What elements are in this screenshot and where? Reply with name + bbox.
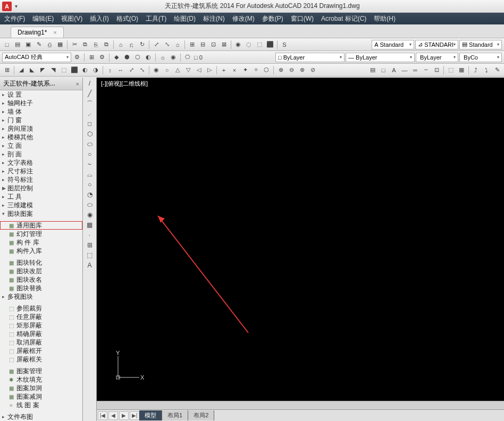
- layout-tab[interactable]: 布局2: [188, 410, 214, 420]
- toolbar-button[interactable]: ◉: [233, 40, 243, 49]
- draw-tool-button[interactable]: .·: [85, 109, 95, 119]
- layer-combo[interactable]: □ ByLayer▾: [275, 53, 345, 62]
- toolbar-button[interactable]: ⤴: [471, 65, 481, 75]
- toolbar-button[interactable]: ◐: [80, 65, 90, 75]
- draw-tool-button[interactable]: ~: [85, 159, 95, 169]
- toolbar-button[interactable]: ◆: [112, 53, 121, 62]
- tree-item[interactable]: ▦图块改名: [0, 275, 82, 284]
- toolbar-button[interactable]: ◢: [16, 65, 26, 75]
- toolbar-button[interactable]: ✂: [70, 40, 79, 49]
- tree-item[interactable]: ▦通用图库: [0, 221, 82, 230]
- tree-item[interactable]: ▶图层控制: [0, 184, 82, 192]
- tree-item[interactable]: ⬚取消屏蔽: [0, 338, 82, 347]
- tree-item[interactable]: ▸墙 体: [0, 107, 82, 116]
- toolbar-button[interactable]: ⬡: [133, 53, 142, 62]
- drawing-canvas[interactable]: [-][俯视][二维线框] X Y: [97, 78, 504, 409]
- menu-item[interactable]: Acrobat 标记(C): [321, 14, 366, 23]
- toolbar-button[interactable]: ◥: [48, 65, 58, 75]
- tree-item[interactable]: ▸工 具: [0, 192, 82, 201]
- style-combo[interactable]: ▤ Standard▾: [459, 40, 502, 49]
- menu-item[interactable]: 工具(T): [146, 14, 166, 23]
- toolbar-button[interactable]: ▽: [183, 65, 193, 75]
- tree-item[interactable]: ⬚屏蔽框开: [0, 347, 82, 355]
- tree-item[interactable]: ▦图块改层: [0, 267, 82, 275]
- toolbar-button[interactable]: ⌂: [173, 40, 182, 49]
- draw-tool-button[interactable]: ⬡: [85, 129, 95, 139]
- workspace-combo[interactable]: AutoCAD 经典▾: [2, 53, 71, 62]
- tree-item[interactable]: ▦图案加洞: [0, 384, 82, 392]
- toolbar-button[interactable]: ⊞: [2, 65, 12, 75]
- toolbar-button[interactable]: ◌: [244, 40, 254, 49]
- workspace-settings-button[interactable]: ⚙: [72, 53, 82, 62]
- menu-item[interactable]: 帮助(H): [374, 14, 396, 23]
- draw-tool-button[interactable]: ⊞: [85, 240, 95, 250]
- toolbar-button[interactable]: ⎙: [45, 40, 54, 49]
- layout-tab[interactable]: 布局1: [162, 410, 188, 420]
- toolbar-button[interactable]: ☼: [158, 53, 167, 62]
- layer-combo[interactable]: ByCo▾: [459, 53, 502, 62]
- toolbar-button[interactable]: ⤡: [162, 40, 172, 49]
- toolbar-button[interactable]: ◉: [169, 53, 178, 62]
- tree-item[interactable]: ▸立 面: [0, 141, 82, 150]
- style-combo[interactable]: ⊿ STANDARI▾: [415, 40, 458, 49]
- toolbar-button[interactable]: ╌: [421, 65, 431, 75]
- layout-tab[interactable]: 模型: [139, 410, 162, 420]
- toolbar-button[interactable]: ⊟: [198, 40, 207, 49]
- layout-nav-button[interactable]: ▶|: [130, 411, 139, 420]
- tree-item[interactable]: ▸三维建模: [0, 201, 82, 209]
- toolbar-button[interactable]: □: [2, 40, 12, 49]
- toolbar-button[interactable]: ↔: [116, 65, 125, 75]
- tree-item[interactable]: ⬚矩形屏蔽: [0, 321, 82, 330]
- menu-item[interactable]: 插入(I): [90, 14, 108, 23]
- tree-item[interactable]: ⬚任意屏蔽: [0, 313, 82, 321]
- toolbar-button[interactable]: ⎘: [91, 40, 100, 49]
- toolbar-button[interactable]: ▦: [457, 65, 466, 75]
- toolbar-button[interactable]: ◣: [27, 65, 37, 75]
- app-logo-icon[interactable]: A: [2, 2, 12, 11]
- menu-item[interactable]: 标注(N): [203, 14, 225, 23]
- toolbar-button[interactable]: ○: [162, 65, 172, 75]
- draw-tool-button[interactable]: ▦: [85, 220, 95, 230]
- draw-tool-button[interactable]: ·: [85, 230, 95, 240]
- tree-item[interactable]: ▸文字表格: [0, 158, 82, 167]
- toolbar-button[interactable]: ⤢: [127, 65, 136, 75]
- tree-item[interactable]: ▸剖 面: [0, 150, 82, 158]
- tree-item[interactable]: ▸门 窗: [0, 116, 82, 124]
- tree-item[interactable]: ▦图块转化: [0, 258, 82, 267]
- toolbar-button[interactable]: ⬛: [265, 40, 275, 49]
- menu-item[interactable]: 绘图(D): [174, 14, 196, 23]
- tree-item[interactable]: ▸多视图块: [0, 292, 82, 301]
- tree-item[interactable]: ▦图案管理: [0, 367, 82, 375]
- toolbar-button[interactable]: ⊠: [219, 40, 229, 49]
- toolbar-button[interactable]: ⊞: [87, 53, 96, 62]
- menu-item[interactable]: 修改(M): [232, 14, 255, 23]
- toolbar-button[interactable]: ◐: [144, 53, 153, 62]
- toolbar-button[interactable]: ⎔: [183, 53, 192, 62]
- tree-item[interactable]: ▦图块替换: [0, 284, 82, 292]
- layout-nav-button[interactable]: |◀: [98, 411, 107, 420]
- draw-tool-button[interactable]: ⬭: [85, 139, 95, 149]
- draw-tool-button[interactable]: ○: [85, 149, 95, 159]
- tree-item[interactable]: ▦构件入库: [0, 247, 82, 255]
- tree-item[interactable]: ▦幻灯管理: [0, 230, 82, 238]
- draw-tool-button[interactable]: ⬚: [85, 250, 95, 260]
- close-icon[interactable]: ×: [53, 29, 56, 36]
- toolbar-button[interactable]: ▦: [55, 40, 65, 49]
- tree-item[interactable]: ▸文件布图: [0, 412, 82, 421]
- toolbar-button[interactable]: ↕: [105, 65, 115, 75]
- tree-item[interactable]: ⬚精确屏蔽: [0, 330, 82, 338]
- tree-item[interactable]: ▸设 置: [0, 90, 82, 99]
- draw-tool-button[interactable]: ╱: [85, 89, 95, 98]
- draw-tool-button[interactable]: ⬭: [85, 200, 95, 209]
- toolbar-button[interactable]: ◁: [194, 65, 204, 75]
- toolbar-button[interactable]: ⤡: [137, 65, 147, 75]
- toolbar-button[interactable]: □: [379, 65, 388, 75]
- layout-nav-button[interactable]: ▶: [119, 411, 129, 420]
- toolbar-button[interactable]: ⊡: [432, 65, 441, 75]
- tree-item[interactable]: ▸符号标注: [0, 175, 82, 184]
- tree-item[interactable]: ▸房间屋顶: [0, 124, 82, 133]
- toolbar-button[interactable]: ⊖: [287, 65, 296, 75]
- draw-tool-button[interactable]: ○: [85, 180, 95, 189]
- toolbar-button[interactable]: ⊞: [187, 40, 197, 49]
- draw-tool-button[interactable]: ◉: [85, 210, 95, 220]
